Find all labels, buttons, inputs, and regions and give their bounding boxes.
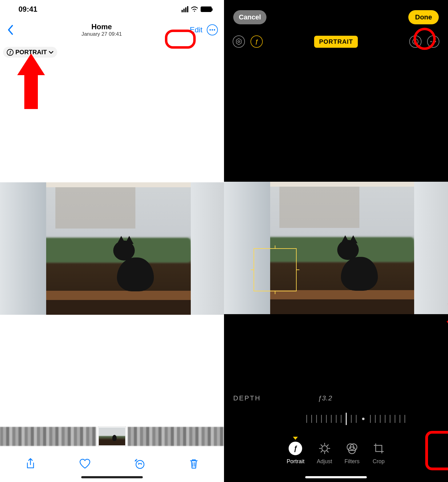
aperture-button[interactable]: ƒ bbox=[250, 35, 263, 48]
bottom-toolbar bbox=[0, 455, 224, 476]
info-button[interactable] bbox=[133, 457, 146, 471]
nav-bar: Home January 27 09:41 Edit bbox=[0, 18, 224, 41]
svg-point-3 bbox=[136, 460, 144, 468]
svg-point-10 bbox=[433, 41, 434, 42]
favorite-button[interactable] bbox=[78, 457, 92, 471]
markup-button[interactable] bbox=[409, 35, 422, 48]
svg-line-23 bbox=[321, 451, 322, 452]
portrait-mode-badge[interactable]: PORTRAIT bbox=[314, 36, 358, 48]
thumbnail-selected[interactable] bbox=[98, 427, 126, 446]
depth-slider[interactable] bbox=[306, 413, 405, 425]
crop-icon bbox=[372, 442, 386, 455]
thumbnail[interactable] bbox=[0, 427, 96, 446]
aperture-value: ƒ3.2 bbox=[318, 394, 332, 402]
mode-portrait[interactable]: ƒ Portrait bbox=[286, 442, 304, 465]
edit-button[interactable]: Edit bbox=[190, 26, 202, 34]
svg-point-9 bbox=[430, 41, 432, 42]
wifi-icon bbox=[191, 6, 198, 12]
svg-point-7 bbox=[238, 41, 240, 43]
mode-crop[interactable]: Crop bbox=[372, 442, 386, 465]
svg-point-11 bbox=[435, 41, 436, 42]
cancel-button[interactable]: Cancel bbox=[233, 10, 266, 24]
chevron-down-icon bbox=[49, 51, 54, 54]
svg-point-0 bbox=[210, 29, 211, 31]
home-indicator[interactable] bbox=[305, 476, 367, 478]
status-icons bbox=[182, 6, 212, 12]
annotation-arrow-up bbox=[17, 54, 45, 109]
aperture-f-icon: ƒ bbox=[7, 49, 14, 56]
slider-thumb[interactable] bbox=[346, 413, 347, 425]
svg-line-22 bbox=[327, 445, 328, 446]
photo-edit-canvas[interactable] bbox=[224, 182, 448, 314]
share-button[interactable] bbox=[24, 457, 37, 471]
adjust-icon bbox=[318, 442, 331, 455]
photos-view-panel: 09:41 Home January 27 09:41 Edit ƒ bbox=[0, 0, 224, 482]
home-indicator[interactable] bbox=[81, 476, 143, 478]
svg-point-5 bbox=[141, 463, 142, 464]
mode-label: Crop bbox=[373, 458, 385, 465]
svg-line-20 bbox=[321, 445, 322, 446]
lighting-effects-button[interactable] bbox=[233, 35, 245, 48]
battery-icon bbox=[201, 6, 212, 12]
cell-signal-icon bbox=[182, 6, 188, 12]
edit-view-panel: Cancel Done ƒ PORTRAIT bbox=[224, 0, 448, 482]
mode-adjust[interactable]: Adjust bbox=[317, 442, 332, 465]
aperture-f-icon: ƒ bbox=[289, 442, 302, 455]
nav-title: Home bbox=[14, 22, 190, 31]
mode-label: Portrait bbox=[286, 458, 304, 465]
more-options-button[interactable] bbox=[427, 35, 439, 48]
svg-marker-14 bbox=[441, 280, 448, 322]
status-bar: 09:41 bbox=[0, 0, 224, 18]
svg-point-1 bbox=[212, 29, 213, 31]
svg-point-2 bbox=[214, 29, 215, 31]
nav-title-group: Home January 27 09:41 bbox=[14, 22, 190, 37]
svg-marker-6 bbox=[236, 38, 241, 45]
annotation-arrow-diag bbox=[439, 280, 448, 339]
depth-label: DEPTH bbox=[233, 394, 261, 402]
done-button[interactable]: Done bbox=[408, 10, 439, 24]
nav-subtitle: January 27 09:41 bbox=[14, 31, 190, 37]
svg-line-21 bbox=[327, 451, 328, 452]
mode-label: Filters bbox=[345, 458, 360, 465]
filters-icon bbox=[345, 442, 359, 455]
thumbnail[interactable] bbox=[128, 427, 224, 446]
status-time: 09:41 bbox=[18, 5, 37, 14]
thumbnail-strip[interactable] bbox=[0, 426, 224, 447]
more-button[interactable] bbox=[207, 24, 218, 35]
svg-point-4 bbox=[138, 463, 139, 464]
photo-preview[interactable] bbox=[0, 182, 224, 315]
svg-point-15 bbox=[322, 446, 327, 451]
mode-filters[interactable]: Filters bbox=[345, 442, 360, 465]
mode-label: Adjust bbox=[317, 458, 332, 465]
delete-button[interactable] bbox=[187, 457, 201, 471]
